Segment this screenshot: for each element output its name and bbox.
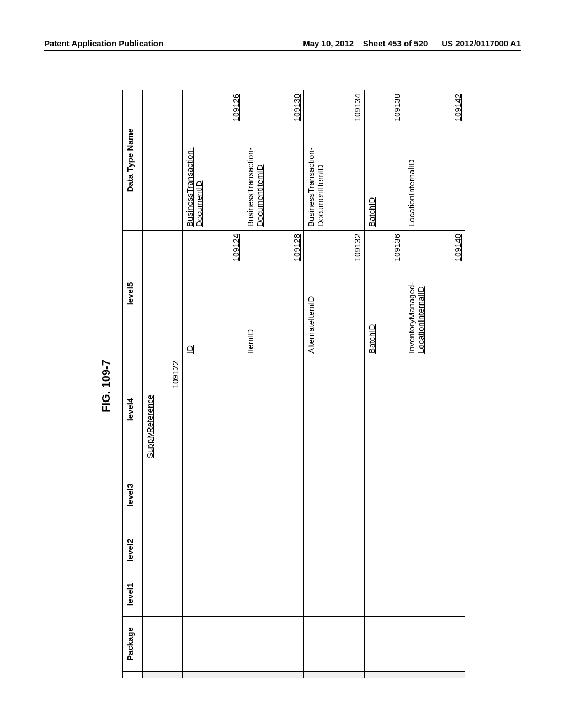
page: Patent Application Publication May 10, 2… [0, 0, 565, 728]
cell-level5: ItemID109128 [243, 231, 304, 357]
figure-rotated-wrap: FIG. 109-7 Package [100, 94, 465, 678]
cell-level3 [404, 462, 465, 528]
cell-level2 [243, 528, 304, 572]
header-rule [44, 50, 521, 51]
cell-level5-label: ID [185, 345, 194, 354]
cell-level4 [404, 357, 465, 462]
data-table: Package level1 level2 level3 level4 leve… [122, 90, 465, 678]
col-data-type-name: Data Type Name [123, 90, 143, 231]
cell-dtn-ref: 109130 [292, 94, 301, 121]
cell-package [304, 617, 365, 672]
col-level2: level2 [123, 528, 143, 572]
header-date: May 10, 2012 [303, 39, 354, 48]
header-pubno: US 2012/0117000 A1 [441, 39, 521, 48]
cell-dtn-label: BusinessTransaction- DocumentID [185, 147, 204, 227]
cell-data-type-name: BusinessTransaction- DocumentItemID10913… [243, 90, 304, 231]
cell-level3 [143, 462, 183, 528]
table-row: InventoryManaged- LocationInternalID1091… [404, 90, 465, 678]
table-header-row: Package level1 level2 level3 level4 leve… [123, 90, 143, 678]
col-package: Package [123, 617, 143, 672]
cell-mini-2 [183, 672, 243, 675]
cell-level1 [143, 572, 183, 617]
cell-mini-1 [243, 675, 304, 678]
cell-data-type-name: BusinessTransaction- DocumentItemID10913… [304, 90, 365, 231]
table-row: AlternateItemID109132BusinessTransaction… [304, 90, 365, 678]
cell-level5-label: BatchID [367, 324, 376, 354]
cell-level2 [365, 528, 404, 572]
cell-level5: BatchID109136 [365, 231, 404, 357]
cell-level4-label: SupplyReference [145, 395, 154, 458]
cell-level5: InventoryManaged- LocationInternalID1091… [404, 231, 465, 357]
cell-level5-ref: 109132 [353, 234, 362, 261]
cell-level5-ref: 109128 [292, 234, 301, 261]
cell-level5-ref: 109140 [453, 234, 462, 261]
cell-dtn-label: BusinessTransaction- DocumentItemID [246, 147, 264, 227]
cell-level2 [304, 528, 365, 572]
cell-level2 [143, 528, 183, 572]
cell-mini-1 [304, 675, 365, 678]
cell-level1 [183, 572, 243, 617]
cell-mini-2 [143, 672, 183, 675]
cell-level5-label: InventoryManaged- LocationInternalID [407, 282, 425, 354]
cell-mini-2 [404, 672, 465, 675]
cell-data-type-name: LocationInternalID109142 [404, 90, 465, 231]
cell-package [143, 617, 183, 672]
col-mini-2 [123, 672, 143, 675]
cell-level4 [183, 357, 243, 462]
cell-data-type-name [143, 90, 183, 231]
table-body: SupplyReference109122ID109124BusinessTra… [143, 90, 465, 678]
cell-level2 [183, 528, 243, 572]
cell-mini-1 [365, 675, 404, 678]
cell-level3 [183, 462, 243, 528]
cell-mini-1 [143, 675, 183, 678]
cell-level4: SupplyReference109122 [143, 357, 183, 462]
cell-level1 [304, 572, 365, 617]
cell-mini-1 [404, 675, 465, 678]
cell-level3 [365, 462, 404, 528]
col-level5: level5 [123, 231, 143, 357]
figure-inner: FIG. 109-7 Package [100, 94, 465, 678]
cell-mini-1 [183, 675, 243, 678]
cell-dtn-ref: 109138 [392, 94, 402, 121]
col-level1: level1 [123, 572, 143, 617]
cell-dtn-ref: 109134 [353, 94, 362, 121]
cell-dtn-label: BatchID [367, 197, 376, 227]
col-level3: level3 [123, 462, 143, 528]
cell-level4-ref: 109122 [170, 361, 180, 388]
table-row: ItemID109128BusinessTransaction- Documen… [243, 90, 304, 678]
figure-caption: FIG. 109-7 [100, 94, 113, 678]
cell-dtn-ref: 109126 [231, 94, 241, 121]
header-left: Patent Application Publication [44, 39, 163, 48]
header-right: May 10, 2012 Sheet 453 of 520 US 2012/01… [303, 39, 521, 48]
cell-package [404, 617, 465, 672]
page-header: Patent Application Publication May 10, 2… [44, 39, 521, 48]
cell-dtn-ref: 109142 [453, 94, 462, 121]
cell-mini-2 [365, 672, 404, 675]
col-level4: level4 [123, 357, 143, 462]
cell-package [243, 617, 304, 672]
cell-data-type-name: BusinessTransaction- DocumentID109126 [183, 90, 243, 231]
cell-level1 [243, 572, 304, 617]
cell-mini-2 [243, 672, 304, 675]
table-row: SupplyReference109122 [143, 90, 183, 678]
col-mini-1 [123, 675, 143, 678]
cell-package [183, 617, 243, 672]
cell-level5-ref: 109124 [231, 234, 241, 261]
cell-dtn-label: BusinessTransaction- DocumentItemID [306, 147, 325, 227]
cell-level5: ID109124 [183, 231, 243, 357]
cell-level3 [304, 462, 365, 528]
table-row: ID109124BusinessTransaction- DocumentID1… [183, 90, 243, 678]
cell-level5-label: ItemID [246, 329, 255, 354]
cell-level5 [143, 231, 183, 357]
cell-mini-2 [304, 672, 365, 675]
cell-level5-ref: 109136 [392, 234, 402, 261]
cell-data-type-name: BatchID109138 [365, 90, 404, 231]
cell-level5-label: AlternateItemID [306, 296, 316, 354]
cell-level1 [365, 572, 404, 617]
cell-dtn-label: LocationInternalID [407, 159, 416, 227]
cell-package [365, 617, 404, 672]
cell-level2 [404, 528, 465, 572]
cell-level4 [243, 357, 304, 462]
cell-level1 [404, 572, 465, 617]
table-row: BatchID109136BatchID109138 [365, 90, 404, 678]
